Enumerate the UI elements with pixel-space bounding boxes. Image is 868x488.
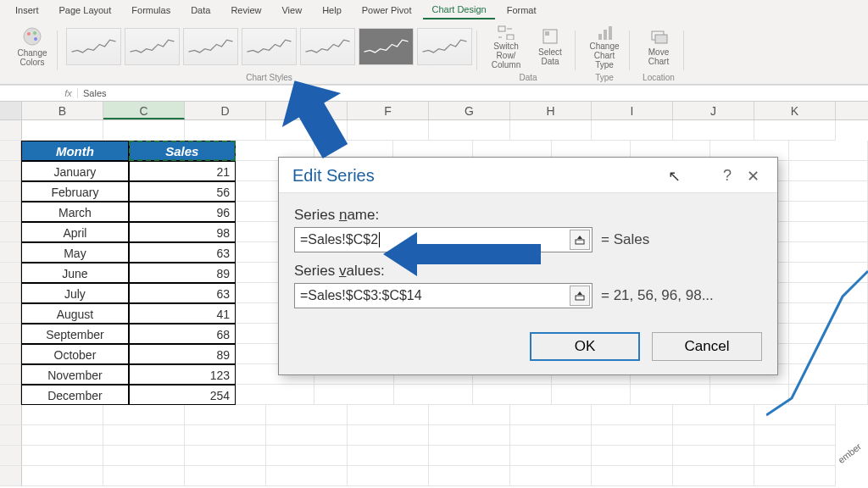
cell[interactable] (673, 120, 754, 141)
row-header[interactable] (0, 181, 21, 202)
row-header[interactable] (0, 141, 21, 161)
cell[interactable] (429, 405, 510, 425)
cell[interactable] (429, 446, 510, 466)
cell[interactable] (592, 120, 673, 141)
cell[interactable] (185, 466, 266, 486)
cell[interactable] (103, 466, 185, 486)
cell[interactable] (266, 405, 348, 425)
tab-page-layout[interactable]: Page Layout (51, 2, 120, 19)
column-header[interactable]: B (22, 102, 103, 119)
cell[interactable] (348, 466, 429, 486)
cell[interactable] (552, 385, 631, 405)
cell[interactable] (22, 446, 103, 466)
cell[interactable] (510, 466, 592, 486)
tab-insert[interactable]: Insert (7, 2, 47, 19)
cell[interactable] (789, 161, 868, 181)
chart-style-thumb[interactable] (300, 28, 355, 65)
cell[interactable] (510, 446, 592, 466)
row-header[interactable] (0, 466, 22, 486)
cell[interactable] (510, 405, 592, 425)
cell[interactable] (185, 120, 266, 141)
chart-style-thumb[interactable] (125, 28, 180, 65)
range-select-button-2[interactable] (570, 286, 590, 306)
table-cell[interactable]: July (21, 283, 128, 303)
cell[interactable] (103, 120, 185, 141)
table-cell[interactable]: 123 (129, 364, 236, 385)
table-cell[interactable]: 96 (129, 202, 236, 222)
tab-view[interactable]: View (273, 2, 310, 19)
row-header[interactable] (0, 405, 22, 425)
cell[interactable] (236, 385, 314, 405)
row-header[interactable] (0, 344, 21, 364)
column-header[interactable]: J (673, 102, 754, 119)
tab-formulas[interactable]: Formulas (123, 2, 179, 19)
ok-button[interactable]: OK (530, 332, 640, 361)
row-header[interactable] (0, 446, 22, 466)
cell[interactable] (103, 405, 185, 425)
cell[interactable] (592, 446, 673, 466)
tab-chart-design[interactable]: Chart Design (423, 1, 494, 19)
tab-power-pivot[interactable]: Power Pivot (353, 2, 420, 19)
column-header[interactable]: H (510, 102, 592, 119)
cell[interactable] (394, 385, 473, 405)
row-header[interactable] (0, 222, 21, 242)
column-header[interactable]: C (103, 102, 185, 119)
table-cell[interactable]: 63 (129, 283, 236, 303)
move-chart-button[interactable]: Move Chart (638, 24, 679, 69)
cell[interactable] (348, 405, 429, 425)
fx-icon[interactable]: fx (59, 88, 78, 98)
cell[interactable] (429, 120, 510, 141)
column-header[interactable]: I (592, 102, 673, 119)
cell[interactable] (22, 120, 103, 141)
table-header-cell[interactable]: Month (21, 141, 128, 161)
tab-format[interactable]: Format (498, 2, 545, 19)
cell[interactable] (103, 425, 185, 446)
cell[interactable] (673, 446, 754, 466)
chart-style-thumb[interactable] (66, 28, 121, 65)
cell[interactable] (673, 405, 754, 425)
chart-style-thumb[interactable] (359, 28, 414, 65)
chart-style-thumb[interactable] (183, 28, 238, 65)
row-header[interactable] (0, 161, 21, 181)
table-cell[interactable]: September (21, 324, 128, 344)
tab-data[interactable]: Data (182, 2, 219, 19)
table-cell[interactable]: April (21, 222, 128, 242)
series-values-input[interactable]: =Sales!$C$3:$C$14 (294, 283, 593, 308)
cell[interactable] (348, 425, 429, 446)
cell[interactable] (266, 466, 348, 486)
cell[interactable] (22, 466, 103, 486)
tab-review[interactable]: Review (222, 2, 270, 19)
help-button[interactable]: ? (715, 167, 740, 185)
row-header[interactable] (0, 303, 21, 324)
table-cell[interactable]: 68 (129, 324, 236, 344)
close-button[interactable]: ✕ (740, 167, 765, 186)
cell[interactable] (592, 466, 673, 486)
column-header[interactable]: G (429, 102, 510, 119)
cell[interactable] (631, 385, 709, 405)
row-header[interactable] (0, 324, 21, 344)
table-header-cell[interactable]: Sales (129, 141, 236, 161)
cell[interactable] (348, 446, 429, 466)
change-colors-button[interactable]: Change Colors (12, 24, 53, 69)
cell[interactable] (789, 242, 868, 263)
table-cell[interactable]: May (21, 242, 128, 263)
table-cell[interactable]: 41 (129, 303, 236, 324)
table-cell[interactable]: January (21, 161, 128, 181)
cell[interactable] (592, 425, 673, 446)
cell[interactable] (103, 446, 185, 466)
tab-help[interactable]: Help (314, 2, 350, 19)
chart-style-thumb[interactable] (417, 28, 472, 65)
cell[interactable] (473, 385, 552, 405)
cell[interactable] (789, 141, 868, 161)
row-header[interactable] (0, 202, 21, 222)
cell[interactable] (592, 405, 673, 425)
table-cell[interactable]: 89 (129, 344, 236, 364)
cell[interactable] (314, 385, 393, 405)
table-cell[interactable]: March (21, 202, 128, 222)
cell[interactable] (266, 446, 348, 466)
table-cell[interactable]: October (21, 344, 128, 364)
row-header[interactable] (0, 283, 21, 303)
table-cell[interactable]: November (21, 364, 128, 385)
formula-input[interactable]: Sales (78, 88, 868, 98)
cell[interactable] (754, 120, 836, 141)
